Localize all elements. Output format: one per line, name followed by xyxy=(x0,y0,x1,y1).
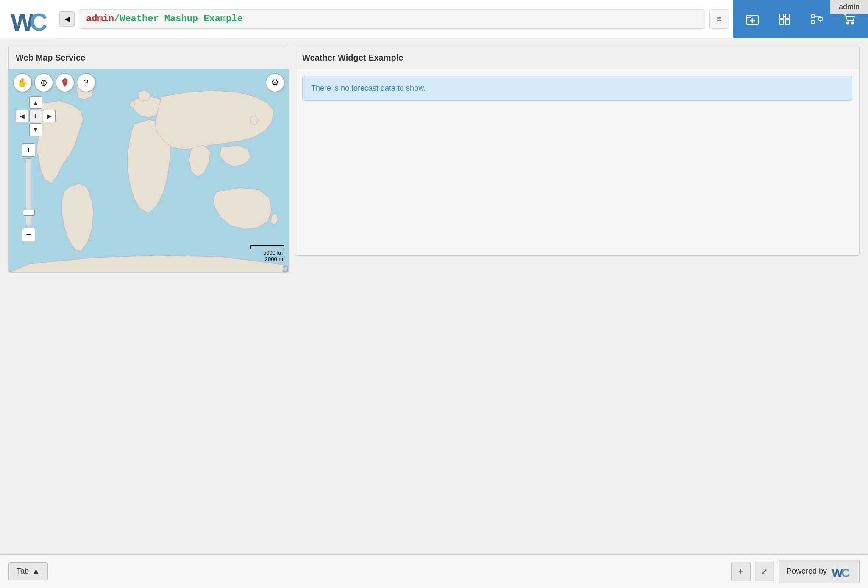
zoom-in-button[interactable]: + xyxy=(22,143,35,157)
zoom-control: + − xyxy=(22,143,35,241)
weather-widget-body: There is no forecast data to show. xyxy=(295,69,859,255)
nav-area: ◀ admin/Weather Mashup Example ≡ xyxy=(55,0,733,38)
scale-bar-km xyxy=(250,245,284,249)
no-forecast-text: There is no forecast data to show. xyxy=(311,84,426,92)
help-button[interactable]: ? xyxy=(77,73,95,92)
zoom-out-button[interactable]: − xyxy=(22,228,35,241)
pan-left-button[interactable]: ◀ xyxy=(16,110,28,122)
add-widget-icon xyxy=(778,12,791,26)
breadcrumb-project: Weather Mashup Example xyxy=(120,14,242,24)
pin-icon xyxy=(60,78,70,88)
svg-point-22 xyxy=(851,22,854,24)
bottom-right: + ⤢ Powered by W C xyxy=(731,560,860,583)
breadcrumb: admin/Weather Mashup Example xyxy=(79,9,705,29)
admin-label: admin xyxy=(839,3,860,11)
back-button[interactable]: ◀ xyxy=(59,11,75,27)
pan-center-button[interactable]: ✛ xyxy=(29,110,42,122)
map-resize-handle[interactable]: ⋱ xyxy=(283,266,288,272)
menu-icon: ≡ xyxy=(717,14,722,24)
tab-button[interactable]: Tab ▲ xyxy=(8,562,48,580)
topbar: Wirecloud W C ◀ admin/Weather Mashup Exa… xyxy=(0,0,868,38)
svg-text:C: C xyxy=(30,8,47,34)
new-workspace-icon xyxy=(746,12,759,26)
pan-control: ▲ ◀ ✛ ▶ ▼ xyxy=(16,96,56,136)
svg-rect-7 xyxy=(785,14,790,18)
map-scale: 5000 km 2000 mi xyxy=(250,245,284,262)
fullscreen-button[interactable]: ⤢ xyxy=(755,562,774,581)
back-icon: ◀ xyxy=(64,15,70,23)
svg-rect-6 xyxy=(779,14,784,18)
no-forecast-banner: There is no forecast data to show. xyxy=(302,76,852,101)
zoom-track[interactable] xyxy=(26,158,31,226)
scale-label-km: 5000 km xyxy=(250,250,284,256)
admin-badge: admin xyxy=(830,0,868,14)
powered-by-label: Powered by xyxy=(787,567,827,576)
breadcrumb-user: admin xyxy=(86,14,114,24)
weather-widget-title: Weather Widget Example xyxy=(295,47,859,69)
marketplace-icon xyxy=(842,12,856,26)
svg-text:C: C xyxy=(841,566,850,579)
wms-map-container[interactable]: ✋ ⊕ ? ⚙ ▲ ◀ xyxy=(9,69,289,272)
svg-text:Wirecloud: Wirecloud xyxy=(6,4,7,23)
new-workspace-button[interactable] xyxy=(737,6,767,32)
svg-rect-9 xyxy=(785,20,790,24)
wiring-button[interactable] xyxy=(802,6,832,32)
pin-tool-button[interactable] xyxy=(56,73,74,92)
svg-point-21 xyxy=(847,22,849,24)
menu-button[interactable]: ≡ xyxy=(709,9,729,29)
pan-down-button[interactable]: ▼ xyxy=(29,123,42,136)
main-content: Web Map Service xyxy=(0,38,868,554)
svg-rect-16 xyxy=(819,18,822,20)
weather-widget: Weather Widget Example There is no forec… xyxy=(295,47,860,256)
svg-rect-8 xyxy=(779,20,784,24)
svg-point-24 xyxy=(64,80,66,83)
wiring-icon xyxy=(810,12,823,26)
wms-widget: Web Map Service xyxy=(8,47,288,273)
add-tab-button[interactable]: + xyxy=(731,562,751,581)
map-toolbar: ✋ ⊕ ? xyxy=(13,73,95,92)
add-widget-button[interactable] xyxy=(770,6,799,32)
map-settings-button[interactable]: ⚙ xyxy=(266,73,284,92)
tab-arrow-icon: ▲ xyxy=(32,567,40,576)
logo-area: Wirecloud W C xyxy=(0,0,55,38)
powered-by: Powered by W C xyxy=(779,560,860,583)
app-logo: Wirecloud W C xyxy=(6,4,49,34)
svg-rect-15 xyxy=(811,21,815,23)
hand-tool-button[interactable]: ✋ xyxy=(13,73,32,92)
zoom-in-tool-button[interactable]: ⊕ xyxy=(34,73,53,92)
scale-label-mi: 2000 mi xyxy=(250,256,284,262)
bottom-bar: Tab ▲ + ⤢ Powered by W C xyxy=(0,554,868,588)
wms-widget-title: Web Map Service xyxy=(9,47,288,69)
powered-by-logo: W C xyxy=(830,564,851,579)
fullscreen-icon: ⤢ xyxy=(761,567,768,576)
pan-up-button[interactable]: ▲ xyxy=(29,96,42,109)
breadcrumb-separator: / xyxy=(114,14,120,24)
pan-right-button[interactable]: ▶ xyxy=(43,110,56,122)
zoom-thumb[interactable] xyxy=(23,210,35,216)
svg-rect-14 xyxy=(811,15,815,17)
add-icon: + xyxy=(738,566,744,577)
tab-label: Tab xyxy=(17,567,29,576)
